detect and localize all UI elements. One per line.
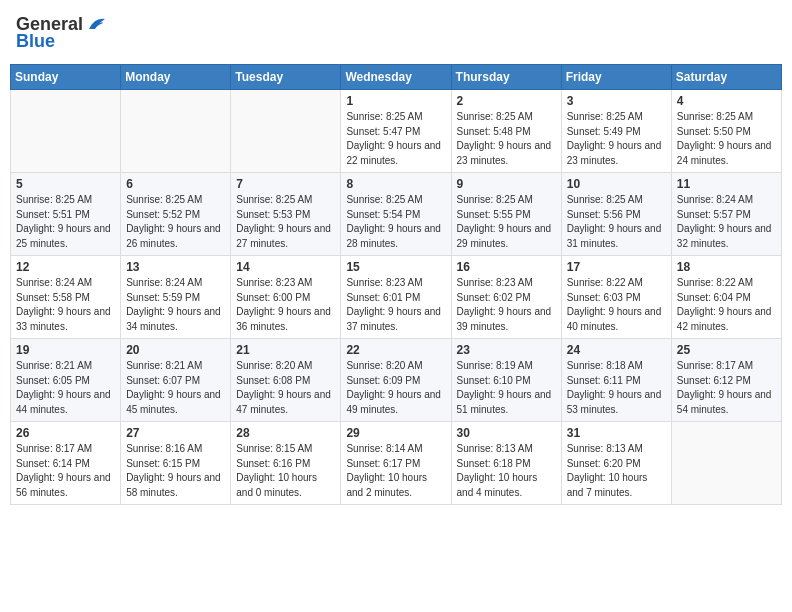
- sunset-text: Sunset: 6:14 PM: [16, 458, 90, 469]
- calendar-cell: 23 Sunrise: 8:19 AM Sunset: 6:10 PM Dayl…: [451, 339, 561, 422]
- day-number: 11: [677, 177, 776, 191]
- sunrise-text: Sunrise: 8:23 AM: [236, 277, 312, 288]
- day-info: Sunrise: 8:20 AM Sunset: 6:09 PM Dayligh…: [346, 359, 445, 417]
- calendar-cell: 24 Sunrise: 8:18 AM Sunset: 6:11 PM Dayl…: [561, 339, 671, 422]
- calendar-week-row: 1 Sunrise: 8:25 AM Sunset: 5:47 PM Dayli…: [11, 90, 782, 173]
- calendar-week-row: 26 Sunrise: 8:17 AM Sunset: 6:14 PM Dayl…: [11, 422, 782, 505]
- sunrise-text: Sunrise: 8:24 AM: [677, 194, 753, 205]
- sunrise-text: Sunrise: 8:18 AM: [567, 360, 643, 371]
- daylight-text: Daylight: 9 hours and 49 minutes.: [346, 389, 441, 415]
- calendar-cell: 25 Sunrise: 8:17 AM Sunset: 6:12 PM Dayl…: [671, 339, 781, 422]
- daylight-text: Daylight: 9 hours and 31 minutes.: [567, 223, 662, 249]
- day-info: Sunrise: 8:25 AM Sunset: 5:47 PM Dayligh…: [346, 110, 445, 168]
- day-info: Sunrise: 8:13 AM Sunset: 6:18 PM Dayligh…: [457, 442, 556, 500]
- daylight-text: Daylight: 9 hours and 40 minutes.: [567, 306, 662, 332]
- daylight-text: Daylight: 9 hours and 44 minutes.: [16, 389, 111, 415]
- sunrise-text: Sunrise: 8:19 AM: [457, 360, 533, 371]
- sunset-text: Sunset: 5:49 PM: [567, 126, 641, 137]
- day-number: 12: [16, 260, 115, 274]
- sunrise-text: Sunrise: 8:23 AM: [457, 277, 533, 288]
- logo: General Blue: [16, 14, 107, 52]
- sunrise-text: Sunrise: 8:24 AM: [126, 277, 202, 288]
- daylight-text: Daylight: 10 hours and 0 minutes.: [236, 472, 317, 498]
- day-info: Sunrise: 8:18 AM Sunset: 6:11 PM Dayligh…: [567, 359, 666, 417]
- sunrise-text: Sunrise: 8:20 AM: [346, 360, 422, 371]
- sunrise-text: Sunrise: 8:25 AM: [457, 111, 533, 122]
- calendar-cell: 2 Sunrise: 8:25 AM Sunset: 5:48 PM Dayli…: [451, 90, 561, 173]
- logo-bird-icon: [85, 15, 107, 33]
- sunset-text: Sunset: 6:09 PM: [346, 375, 420, 386]
- day-info: Sunrise: 8:22 AM Sunset: 6:03 PM Dayligh…: [567, 276, 666, 334]
- calendar-cell: 30 Sunrise: 8:13 AM Sunset: 6:18 PM Dayl…: [451, 422, 561, 505]
- day-number: 19: [16, 343, 115, 357]
- daylight-text: Daylight: 9 hours and 53 minutes.: [567, 389, 662, 415]
- calendar-cell: 5 Sunrise: 8:25 AM Sunset: 5:51 PM Dayli…: [11, 173, 121, 256]
- day-number: 18: [677, 260, 776, 274]
- day-number: 17: [567, 260, 666, 274]
- day-info: Sunrise: 8:25 AM Sunset: 5:53 PM Dayligh…: [236, 193, 335, 251]
- sunset-text: Sunset: 5:48 PM: [457, 126, 531, 137]
- calendar-cell: 14 Sunrise: 8:23 AM Sunset: 6:00 PM Dayl…: [231, 256, 341, 339]
- day-info: Sunrise: 8:21 AM Sunset: 6:07 PM Dayligh…: [126, 359, 225, 417]
- day-number: 5: [16, 177, 115, 191]
- sunset-text: Sunset: 5:52 PM: [126, 209, 200, 220]
- day-info: Sunrise: 8:17 AM Sunset: 6:12 PM Dayligh…: [677, 359, 776, 417]
- calendar-cell: 3 Sunrise: 8:25 AM Sunset: 5:49 PM Dayli…: [561, 90, 671, 173]
- calendar-cell: 15 Sunrise: 8:23 AM Sunset: 6:01 PM Dayl…: [341, 256, 451, 339]
- sunset-text: Sunset: 5:59 PM: [126, 292, 200, 303]
- sunset-text: Sunset: 5:56 PM: [567, 209, 641, 220]
- calendar-cell: 10 Sunrise: 8:25 AM Sunset: 5:56 PM Dayl…: [561, 173, 671, 256]
- daylight-text: Daylight: 9 hours and 27 minutes.: [236, 223, 331, 249]
- sunset-text: Sunset: 5:50 PM: [677, 126, 751, 137]
- sunset-text: Sunset: 6:00 PM: [236, 292, 310, 303]
- daylight-text: Daylight: 9 hours and 25 minutes.: [16, 223, 111, 249]
- day-info: Sunrise: 8:25 AM Sunset: 5:52 PM Dayligh…: [126, 193, 225, 251]
- day-info: Sunrise: 8:25 AM Sunset: 5:49 PM Dayligh…: [567, 110, 666, 168]
- calendar-cell: 19 Sunrise: 8:21 AM Sunset: 6:05 PM Dayl…: [11, 339, 121, 422]
- day-number: 28: [236, 426, 335, 440]
- sunset-text: Sunset: 6:08 PM: [236, 375, 310, 386]
- sunset-text: Sunset: 6:01 PM: [346, 292, 420, 303]
- day-info: Sunrise: 8:25 AM Sunset: 5:48 PM Dayligh…: [457, 110, 556, 168]
- day-info: Sunrise: 8:25 AM Sunset: 5:51 PM Dayligh…: [16, 193, 115, 251]
- page: General Blue Sunday Monday Tuesday Wedne…: [0, 0, 792, 612]
- calendar-cell: 11 Sunrise: 8:24 AM Sunset: 5:57 PM Dayl…: [671, 173, 781, 256]
- day-info: Sunrise: 8:25 AM Sunset: 5:55 PM Dayligh…: [457, 193, 556, 251]
- col-wednesday: Wednesday: [341, 65, 451, 90]
- sunset-text: Sunset: 6:18 PM: [457, 458, 531, 469]
- sunset-text: Sunset: 6:05 PM: [16, 375, 90, 386]
- daylight-text: Daylight: 10 hours and 7 minutes.: [567, 472, 648, 498]
- daylight-text: Daylight: 10 hours and 4 minutes.: [457, 472, 538, 498]
- sunset-text: Sunset: 6:02 PM: [457, 292, 531, 303]
- day-number: 3: [567, 94, 666, 108]
- day-number: 21: [236, 343, 335, 357]
- calendar-cell: 27 Sunrise: 8:16 AM Sunset: 6:15 PM Dayl…: [121, 422, 231, 505]
- day-number: 13: [126, 260, 225, 274]
- calendar-cell: 9 Sunrise: 8:25 AM Sunset: 5:55 PM Dayli…: [451, 173, 561, 256]
- calendar-cell: [121, 90, 231, 173]
- sunrise-text: Sunrise: 8:25 AM: [677, 111, 753, 122]
- calendar-cell: 8 Sunrise: 8:25 AM Sunset: 5:54 PM Dayli…: [341, 173, 451, 256]
- sunset-text: Sunset: 6:17 PM: [346, 458, 420, 469]
- sunrise-text: Sunrise: 8:25 AM: [346, 111, 422, 122]
- header: General Blue: [10, 10, 782, 56]
- day-number: 22: [346, 343, 445, 357]
- day-number: 31: [567, 426, 666, 440]
- day-info: Sunrise: 8:22 AM Sunset: 6:04 PM Dayligh…: [677, 276, 776, 334]
- sunrise-text: Sunrise: 8:24 AM: [16, 277, 92, 288]
- day-number: 27: [126, 426, 225, 440]
- sunset-text: Sunset: 5:55 PM: [457, 209, 531, 220]
- sunrise-text: Sunrise: 8:20 AM: [236, 360, 312, 371]
- calendar-cell: 13 Sunrise: 8:24 AM Sunset: 5:59 PM Dayl…: [121, 256, 231, 339]
- day-number: 24: [567, 343, 666, 357]
- sunrise-text: Sunrise: 8:21 AM: [16, 360, 92, 371]
- day-number: 2: [457, 94, 556, 108]
- day-number: 23: [457, 343, 556, 357]
- day-number: 7: [236, 177, 335, 191]
- col-saturday: Saturday: [671, 65, 781, 90]
- daylight-text: Daylight: 9 hours and 51 minutes.: [457, 389, 552, 415]
- day-info: Sunrise: 8:19 AM Sunset: 6:10 PM Dayligh…: [457, 359, 556, 417]
- daylight-text: Daylight: 9 hours and 54 minutes.: [677, 389, 772, 415]
- day-info: Sunrise: 8:24 AM Sunset: 5:57 PM Dayligh…: [677, 193, 776, 251]
- day-number: 26: [16, 426, 115, 440]
